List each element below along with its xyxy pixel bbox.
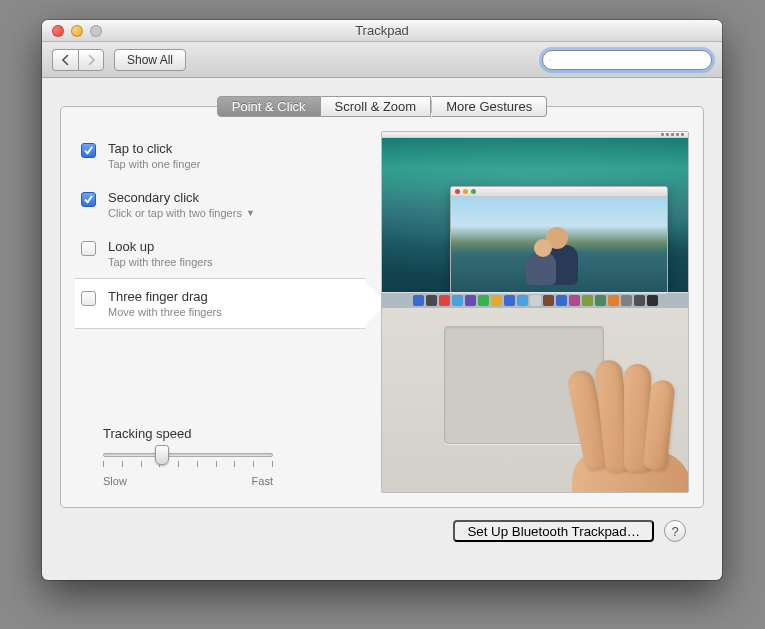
preview-desktop <box>382 138 688 308</box>
slider-fast-label: Fast <box>252 475 273 487</box>
tab-scroll-zoom[interactable]: Scroll & Zoom <box>321 96 432 117</box>
options-column: Tap to clickTap with one fingerSecondary… <box>75 131 365 493</box>
option-title: Secondary click <box>108 190 255 205</box>
option-row-three-finger-drag[interactable]: Three finger dragMove with three fingers <box>75 278 365 329</box>
minimize-icon[interactable] <box>71 25 83 37</box>
preview-hand <box>542 350 689 493</box>
option-subtitle[interactable]: Click or tap with two fingers▼ <box>108 207 255 219</box>
checkbox[interactable] <box>81 291 96 306</box>
slider-slow-label: Slow <box>103 475 127 487</box>
dock-item-icon <box>465 295 476 306</box>
option-row-secondary-click[interactable]: Secondary clickClick or tap with two fin… <box>75 180 365 229</box>
close-icon[interactable] <box>52 25 64 37</box>
show-all-button[interactable]: Show All <box>114 49 186 71</box>
preferences-window: Trackpad Show All Point & ClickScroll & … <box>42 20 722 580</box>
dock-item-icon <box>608 295 619 306</box>
tracking-speed-group: Tracking speed Slow Fast <box>75 426 365 493</box>
nav-back-forward <box>52 49 104 71</box>
chevron-down-icon[interactable]: ▼ <box>246 208 255 218</box>
dock-item-icon <box>621 295 632 306</box>
back-button[interactable] <box>52 49 78 71</box>
tab-more-gestures[interactable]: More Gestures <box>432 96 547 117</box>
checkbox[interactable] <box>81 241 96 256</box>
tab-bar: Point & ClickScroll & ZoomMore Gestures <box>60 96 704 117</box>
search-input[interactable] <box>551 53 705 67</box>
dock-item-icon <box>504 295 515 306</box>
dock-item-icon <box>478 295 489 306</box>
slider-end-labels: Slow Fast <box>103 475 273 487</box>
option-subtitle: Move with three fingers <box>108 306 222 318</box>
checkbox[interactable] <box>81 192 96 207</box>
preview-trackpad <box>382 308 688 492</box>
preview-photo <box>451 197 667 293</box>
dock-item-icon <box>569 295 580 306</box>
search-field[interactable] <box>542 50 712 70</box>
preview-app-window <box>450 186 668 294</box>
option-title: Look up <box>108 239 213 254</box>
dock-item-icon <box>582 295 593 306</box>
dock-item-icon <box>634 295 645 306</box>
options-list: Tap to clickTap with one fingerSecondary… <box>75 131 365 329</box>
help-button[interactable]: ? <box>664 520 686 542</box>
toolbar: Show All <box>42 42 722 78</box>
option-title: Three finger drag <box>108 289 222 304</box>
dock-item-icon <box>452 295 463 306</box>
footer: Set Up Bluetooth Trackpad… ? <box>60 508 704 542</box>
slider-track <box>103 453 273 457</box>
dock-item-icon <box>426 295 437 306</box>
dock-item-icon <box>517 295 528 306</box>
dock-item-icon <box>491 295 502 306</box>
tab-point-click[interactable]: Point & Click <box>217 96 321 117</box>
tracking-speed-label: Tracking speed <box>103 426 365 441</box>
forward-button[interactable] <box>78 49 104 71</box>
dock-item-icon <box>543 295 554 306</box>
zoom-icon[interactable] <box>90 25 102 37</box>
option-row-look-up[interactable]: Look upTap with three fingers <box>75 229 365 278</box>
option-title: Tap to click <box>108 141 200 156</box>
option-subtitle: Tap with three fingers <box>108 256 213 268</box>
window-controls <box>42 25 102 37</box>
panel: Tap to clickTap with one fingerSecondary… <box>60 106 704 508</box>
setup-bluetooth-button[interactable]: Set Up Bluetooth Trackpad… <box>453 520 654 542</box>
dock-item-icon <box>439 295 450 306</box>
tracking-speed-slider[interactable] <box>103 447 273 465</box>
dock-item-icon <box>595 295 606 306</box>
checkbox[interactable] <box>81 143 96 158</box>
dock-item-icon <box>413 295 424 306</box>
dock-item-icon <box>556 295 567 306</box>
option-row-tap-to-click[interactable]: Tap to clickTap with one finger <box>75 131 365 180</box>
window-title: Trackpad <box>42 23 722 38</box>
preview-dock <box>382 292 688 308</box>
gesture-preview <box>381 131 689 493</box>
dock-item-icon <box>647 295 658 306</box>
slider-ticks <box>103 461 273 467</box>
titlebar: Trackpad <box>42 20 722 42</box>
dock-item-icon <box>530 295 541 306</box>
option-subtitle: Tap with one finger <box>108 158 200 170</box>
content: Point & ClickScroll & ZoomMore Gestures … <box>42 78 722 554</box>
slider-knob[interactable] <box>155 445 169 465</box>
